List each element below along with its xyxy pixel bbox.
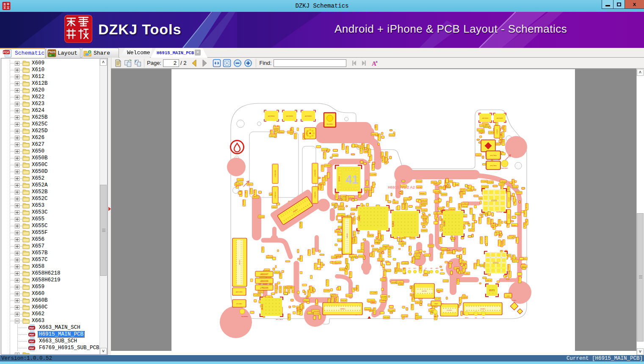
tree-expander-icon[interactable]	[15, 278, 19, 283]
tree-folder-row[interactable]: X655C	[1, 222, 107, 229]
fit-page-icon[interactable]	[223, 59, 231, 67]
tree-expander-icon[interactable]	[15, 68, 19, 72]
tree-file-row[interactable]: PDFH6915_MAIN_PCB	[1, 331, 107, 338]
tree-folder-label[interactable]: X655F	[31, 230, 49, 236]
tree-folder-label[interactable]: X610	[31, 67, 45, 73]
tree-folder-row[interactable]: X625B	[1, 114, 107, 121]
tree-folder-row[interactable]: X650D	[1, 168, 107, 175]
tree-expander-icon[interactable]	[15, 312, 19, 317]
document-viewport[interactable]: U2144C4785R5389K2205C1063E3663R2555R1948…	[111, 69, 644, 355]
tree-folder-label[interactable]: X663	[31, 318, 45, 324]
tree-folder-row[interactable]: X623	[1, 100, 107, 107]
tree-file-row[interactable]: PDFX663_MAIN_SCH	[1, 324, 107, 331]
tab-share[interactable]: Share	[82, 48, 119, 58]
font-size-icon[interactable]: A a	[370, 59, 379, 67]
tree-folder-row[interactable]: X625C	[1, 121, 107, 128]
tree-folder-label[interactable]	[31, 352, 33, 355]
tree-expander-icon[interactable]	[15, 102, 19, 106]
tree-folder-row[interactable]: X624	[1, 107, 107, 114]
tree-folder-label[interactable]: X650C	[31, 162, 49, 168]
tree-folder-row[interactable]: X612	[1, 73, 107, 80]
maximize-button[interactable]	[614, 0, 625, 9]
tree-expander-icon[interactable]	[15, 136, 19, 140]
tree-folder-row[interactable]: X660C	[1, 304, 107, 311]
next-page-icon[interactable]	[200, 59, 209, 67]
tree-folder-row[interactable]: X659	[1, 283, 107, 290]
tree-expander-icon[interactable]	[15, 183, 19, 188]
minimize-button[interactable]	[602, 0, 614, 9]
tree-folder-row[interactable]: X657C	[1, 256, 107, 263]
tree-folder-label[interactable]: X653	[31, 203, 45, 208]
tree-expander-icon[interactable]	[15, 156, 19, 161]
tree-file-label[interactable]: H6915_MAIN_PCB	[38, 331, 84, 337]
facing-pages-icon[interactable]	[124, 59, 133, 67]
tree-folder-row[interactable]: X658H6219	[1, 277, 107, 283]
tree-folder-row[interactable]: X657	[1, 243, 107, 250]
tree-folder-label[interactable]: X650B	[31, 155, 49, 161]
tree-folder-label[interactable]: X658H6218	[31, 270, 61, 276]
tree-folder-row[interactable]: X609	[1, 60, 107, 67]
tree-folder-row[interactable]: X653C	[1, 209, 107, 216]
tree-folder-label[interactable]: X650D	[31, 169, 49, 175]
tree-folder-label[interactable]: X655	[31, 216, 45, 222]
doc-tab-welcome[interactable]: Welcome	[119, 48, 152, 58]
doc-tab-h6915-main-pcb[interactable]: H6915_MAIN_PCB ✕	[151, 48, 207, 58]
tree-folder-row[interactable]: X658H6218	[1, 270, 107, 277]
doc-scroll-down-icon[interactable]: ˅	[637, 348, 644, 355]
sidebar-splitter[interactable]	[108, 58, 111, 355]
tree-folder-label[interactable]: X623	[31, 101, 45, 107]
tree-scrollbar-thumb[interactable]	[100, 185, 107, 276]
tree-expander-icon[interactable]	[15, 217, 19, 222]
tree-expander-icon[interactable]	[15, 271, 19, 276]
tab-schematic[interactable]: PDF Schematic	[0, 48, 45, 58]
tree-expander-icon[interactable]	[15, 285, 19, 289]
tree-folder-label[interactable]: X656	[31, 236, 45, 242]
tree-folder-label[interactable]: X652A	[31, 182, 49, 188]
tree-expander-icon[interactable]	[15, 75, 19, 79]
tree-folder-label[interactable]: X652B	[31, 189, 49, 195]
tree-folder-label[interactable]: X659	[31, 284, 45, 290]
tree-folder-label[interactable]: X625C	[31, 121, 49, 127]
single-page-icon[interactable]	[114, 59, 122, 67]
tree-folder-row[interactable]: X612B	[1, 80, 107, 87]
tree-folder-label[interactable]: X652	[31, 175, 45, 181]
tree-folder-row[interactable]: X650	[1, 148, 107, 155]
tree-folder-label[interactable]: X657C	[31, 257, 49, 263]
tree-folder-label[interactable]: X655C	[31, 223, 49, 229]
tree-expander-icon[interactable]	[15, 197, 19, 201]
find-input[interactable]	[274, 59, 346, 67]
document-scrollbar[interactable]: ˄ ˅	[636, 69, 644, 355]
tree-expander-icon[interactable]	[15, 203, 19, 208]
tree-folder-label[interactable]: X658H6219	[31, 277, 61, 283]
tree-expander-icon[interactable]	[15, 353, 19, 355]
tree-folder-row[interactable]: X652C	[1, 195, 107, 202]
tree-expander-icon[interactable]	[15, 237, 19, 242]
tree-expander-icon[interactable]	[15, 176, 19, 181]
tree-scroll-down-icon[interactable]: ˅	[100, 348, 107, 355]
tree-folder-row[interactable]: X626	[1, 134, 107, 141]
tree-folder-label[interactable]: X652C	[31, 196, 49, 202]
page-number-input[interactable]	[163, 59, 179, 67]
tree-folder-row[interactable]: X658	[1, 263, 107, 270]
tree-file-label[interactable]: X663_SUB_SCH	[38, 338, 78, 344]
tree-folder-label[interactable]: X612B	[31, 81, 49, 86]
tree-folder-label[interactable]: X657B	[31, 250, 49, 256]
tree-folder-label[interactable]: X626	[31, 135, 45, 141]
tree-expander-icon[interactable]	[15, 298, 19, 303]
tree-folder-label[interactable]: X650	[31, 148, 45, 154]
tree-expander-icon[interactable]	[15, 258, 19, 262]
find-next-icon[interactable]	[359, 59, 368, 67]
tree-folder-row[interactable]: X655	[1, 216, 107, 222]
tree-folder-label[interactable]: X662	[31, 311, 45, 317]
tree-folder-label[interactable]: X609	[31, 60, 45, 66]
fit-width-icon[interactable]	[213, 59, 221, 67]
tree-folder-row[interactable]: X627	[1, 141, 107, 148]
zoom-in-icon[interactable]	[244, 59, 252, 67]
tree-folder-row[interactable]: X657B	[1, 250, 107, 256]
tree-expander-icon[interactable]	[15, 95, 19, 100]
tree-expander-icon[interactable]	[15, 305, 19, 310]
zoom-out-icon[interactable]	[233, 59, 242, 67]
tree-folder-row[interactable]: X662	[1, 311, 107, 317]
tree-folder-row[interactable]: X622	[1, 94, 107, 100]
previous-page-icon[interactable]	[190, 59, 199, 67]
